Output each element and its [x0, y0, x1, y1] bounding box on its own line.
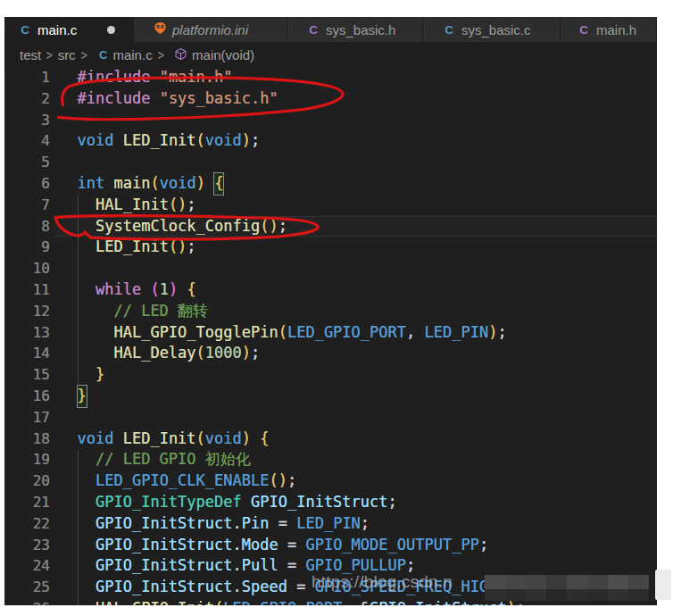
- code-line-18[interactable]: 18void LED_Init(void) {: [4, 429, 657, 450]
- breadcrumb-item-src[interactable]: src: [58, 47, 76, 62]
- code-line-20[interactable]: 20 LED_GPIO_CLK_ENABLE();: [4, 470, 657, 492]
- code-text: void LED_Init(void);: [78, 130, 261, 152]
- code-line-5[interactable]: 5: [4, 152, 657, 173]
- symbol-method-icon: [174, 47, 187, 63]
- line-number: 21: [4, 492, 50, 513]
- vscode-window: Cmain.cplatformio.iniCsys_basic.hCsys_ba…: [4, 17, 657, 605]
- code-line-8[interactable]: 8 SystemClock_Config();: [4, 216, 657, 237]
- code-text: void LED_Init(void) {: [78, 429, 270, 450]
- censor-block: [567, 589, 587, 601]
- code-text: GPIO_InitStruct.Pin = LED_PIN;: [78, 513, 370, 535]
- code-text: #include "sys_basic.h": [78, 88, 278, 110]
- censor-block: [485, 589, 505, 601]
- code-text: HAL_Delay(1000);: [78, 343, 261, 364]
- breadcrumb-separator-icon: >: [157, 46, 163, 62]
- censor-block: [485, 575, 505, 589]
- code-text: LED_Init();: [78, 237, 196, 258]
- breadcrumb-item-test[interactable]: test: [20, 47, 41, 62]
- censor-block: [526, 589, 546, 601]
- breadcrumb: test>src>Cmain.c>main(void): [4, 42, 657, 67]
- tab-label: sys_basic.c: [461, 22, 531, 37]
- code-line-19[interactable]: 19 // LED GPIO 初始化: [4, 449, 657, 470]
- code-line-9[interactable]: 9 LED_Init();: [4, 237, 657, 258]
- line-number: 24: [4, 555, 50, 577]
- code-text: LED_GPIO_CLK_ENABLE();: [78, 470, 297, 492]
- censor-block: [546, 589, 567, 601]
- code-line-15[interactable]: 15 }: [4, 364, 657, 386]
- code-line-10[interactable]: 10: [4, 258, 657, 279]
- line-number: 4: [4, 130, 50, 152]
- censor-block: [628, 589, 649, 601]
- code-text: // LED GPIO 初始化: [78, 449, 251, 470]
- c-file-icon-blue: C: [99, 48, 107, 62]
- line-number: 6: [4, 173, 50, 195]
- tab-sys_basic.h[interactable]: Csys_basic.h: [287, 17, 423, 42]
- code-text: HAL_Init();: [78, 195, 196, 216]
- line-number: 15: [4, 364, 50, 386]
- bracket-match-highlight: {: [214, 173, 223, 195]
- censor-block: [628, 575, 649, 589]
- tab-main.c[interactable]: Cmain.c: [4, 17, 134, 42]
- code-line-1[interactable]: 1#include "main.h": [4, 67, 657, 88]
- tab-label: main.h: [596, 22, 636, 37]
- code-text: // LED 翻转: [78, 301, 209, 322]
- line-number: 13: [4, 322, 50, 344]
- code-line-16[interactable]: 16}: [4, 386, 657, 407]
- c-file-icon-blue: C: [18, 23, 32, 37]
- line-number: 20: [4, 470, 50, 492]
- code-text: #include "main.h": [78, 67, 233, 88]
- line-number: 23: [4, 535, 50, 556]
- code-line-7[interactable]: 7 HAL_Init();: [4, 195, 657, 216]
- bracket-match-highlight: }: [78, 386, 87, 407]
- tab-sys_basic.c[interactable]: Csys_basic.c: [423, 17, 561, 42]
- line-number: 7: [4, 195, 50, 216]
- page: Cmain.cplatformio.iniCsys_basic.hCsys_ba…: [0, 0, 673, 616]
- indent-guide: [78, 195, 79, 386]
- modified-dot-icon[interactable]: [107, 26, 115, 34]
- breadcrumb-item-main(void)[interactable]: main(void): [192, 47, 254, 62]
- code-line-3[interactable]: 3: [4, 110, 657, 131]
- code-line-11[interactable]: 11 while (1) {: [4, 279, 657, 301]
- censor-block: [505, 589, 526, 601]
- code-text: while (1) {: [78, 279, 196, 301]
- line-number: 10: [4, 258, 50, 279]
- tab-platformio.ini[interactable]: platformio.ini: [134, 17, 287, 42]
- tab-main.h[interactable]: Cmain.h: [561, 17, 657, 42]
- line-number: 12: [4, 301, 50, 322]
- code-text: HAL_GPIO_Init(LED_GPIO_PORT, &GPIO_InitS…: [78, 598, 526, 605]
- code-text: GPIO_InitTypeDef GPIO_InitStruct;: [78, 492, 397, 513]
- censor-block: [587, 589, 608, 601]
- line-number: 22: [4, 513, 50, 535]
- line-number: 5: [4, 152, 50, 173]
- line-number: 14: [4, 343, 50, 364]
- line-number: 26: [4, 598, 50, 605]
- code-line-22[interactable]: 22 GPIO_InitStruct.Pin = LED_PIN;: [4, 513, 657, 535]
- code-text: SystemClock_Config();: [78, 216, 287, 237]
- code-editor[interactable]: 1#include "main.h"2#include "sys_basic.h…: [4, 67, 657, 605]
- censor-block: [608, 575, 628, 589]
- code-line-21[interactable]: 21 GPIO_InitTypeDef GPIO_InitStruct;: [4, 492, 657, 513]
- breadcrumb-item-main.c[interactable]: main.c: [112, 47, 152, 62]
- code-text: GPIO_InitStruct.Mode = GPIO_MODE_OUTPUT_…: [78, 535, 489, 556]
- indent-guide: [78, 450, 79, 606]
- code-line-14[interactable]: 14 HAL_Delay(1000);: [4, 343, 657, 364]
- tab-label: platformio.ini: [172, 22, 248, 37]
- line-number: 9: [4, 237, 50, 258]
- code-text: }: [78, 386, 87, 407]
- censor-block: [505, 575, 526, 589]
- code-line-12[interactable]: 12 // LED 翻转: [4, 301, 657, 322]
- line-number: 8: [4, 216, 50, 237]
- code-line-4[interactable]: 4void LED_Init(void);: [4, 130, 657, 152]
- platformio-icon: [153, 21, 167, 37]
- censor-block: [587, 575, 608, 589]
- line-number: 19: [4, 449, 50, 470]
- code-line-23[interactable]: 23 GPIO_InitStruct.Mode = GPIO_MODE_OUTP…: [4, 535, 657, 556]
- code-line-13[interactable]: 13 HAL_GPIO_TogglePin(LED_GPIO_PORT, LED…: [4, 322, 657, 344]
- code-line-2[interactable]: 2#include "sys_basic.h": [4, 88, 657, 110]
- code-line-6[interactable]: 6int main(void) {: [4, 173, 657, 195]
- code-line-17[interactable]: 17: [4, 407, 657, 429]
- tab-label: main.c: [37, 22, 77, 37]
- code-text: int main(void) {: [78, 173, 224, 195]
- line-number: 18: [4, 429, 50, 450]
- c-file-icon-blue: C: [442, 23, 456, 37]
